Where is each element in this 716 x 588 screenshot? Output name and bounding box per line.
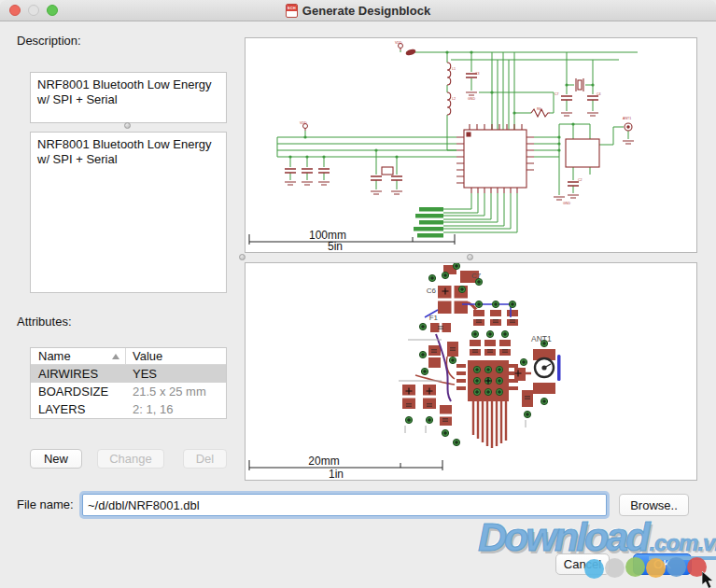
description-summary-field[interactable]: NRF8001 Bluetooth Low Energy w/ SPI + Se… [30,72,227,123]
board-preview-panel[interactable]: C6 C7 F1 ANT1 20mm 1in [245,262,697,481]
description-editor[interactable]: NRF8001 Bluetooth Low Energy w/ SPI + Se… [30,132,227,293]
minimize-button[interactable] [28,5,39,16]
sort-ascending-icon [112,354,119,359]
attr-value: 2: 1, 16 [126,402,173,416]
board-scale-in: 1in [329,468,344,480]
close-button[interactable] [9,5,21,16]
delete-attribute-button[interactable]: Del [183,449,227,469]
splitter-handle-center[interactable] [467,254,473,260]
table-row-layers[interactable]: LAYERS 2: 1, 16 [31,400,226,418]
attr-value: YES [126,367,157,381]
watermark-dot-gray [605,558,625,578]
micro-label: C4 [597,92,601,96]
board-scale-ruler [249,460,442,470]
micro-label: VDD [395,41,402,45]
schematic-file-icon: SCH [286,4,298,18]
micro-label: C2 [578,178,583,182]
watermark-dot-blue [667,557,686,577]
micro-label: VDD [300,121,307,125]
watermark-dot-blue-light [584,559,604,579]
file-name-input[interactable] [82,494,607,516]
board-label-ant1: ANT1 [531,334,552,343]
board-label-c6: C6 [427,287,437,295]
titlebar: SCH Generate Designblock [0,0,716,21]
file-name-label: File name: [17,497,74,511]
micro-label: R6 [537,107,541,111]
attributes-label: Attributes: [17,315,72,329]
micro-label: GND [468,97,475,101]
micro-label: L1 [452,67,456,71]
schematic-drawing: VDD VDD C3 L1 L2 R6 C7 C4 C2 ANT1 GND GN… [246,38,696,252]
browse-button[interactable]: Browse.. [619,494,689,516]
micro-label: ANT1 [623,117,631,120]
new-attribute-button[interactable]: New [30,449,82,469]
attr-value: 21.5 x 25 mm [126,385,206,399]
mouse-cursor [702,571,716,588]
splitter-handle-description[interactable] [124,122,131,129]
micro-label: L2 [452,97,456,101]
watermark-dot-orange [646,558,666,578]
schematic-scale-in: 5in [328,240,343,252]
schematic-preview-panel[interactable]: VDD VDD C3 L1 L2 R6 C7 C4 C2 ANT1 GND GN… [245,37,697,253]
watermark-dot-green [625,557,645,577]
attr-name: LAYERS [31,402,126,416]
micro-label: C3 [475,72,480,76]
table-row-boardsize[interactable]: BOARDSIZE 21.5 x 25 mm [31,383,226,400]
generate-designblock-dialog: SCH Generate Designblock Description: NR… [0,0,716,588]
column-header-value[interactable]: Value [126,349,162,363]
board-drawing: C6 C7 F1 ANT1 20mm 1in [246,263,696,480]
attributes-table: Name Value AIRWIRES YES BOARDSIZE 21.5 x… [30,347,227,419]
board-label-c7: C7 [471,272,482,280]
icon-text: SCH [287,5,297,11]
column-header-name[interactable]: Name [31,348,126,364]
board-scale-mm: 20mm [308,455,339,468]
attr-name: AIRWIRES [31,367,126,381]
window-title: Generate Designblock [302,4,430,18]
attributes-table-header: Name Value [31,348,226,365]
zoom-button[interactable] [47,5,58,16]
attr-name: BOARDSIZE [31,385,126,399]
board-label-f1: F1 [429,314,439,322]
description-label: Description: [17,34,81,48]
change-attribute-button[interactable]: Change [97,449,164,469]
name-header-label: Name [38,349,71,363]
traffic-lights [9,5,58,16]
table-row-airwires[interactable]: AIRWIRES YES [31,365,226,383]
micro-label: GND [563,202,570,205]
splitter-handle-left[interactable] [239,254,246,260]
micro-label: C7 [555,92,559,96]
